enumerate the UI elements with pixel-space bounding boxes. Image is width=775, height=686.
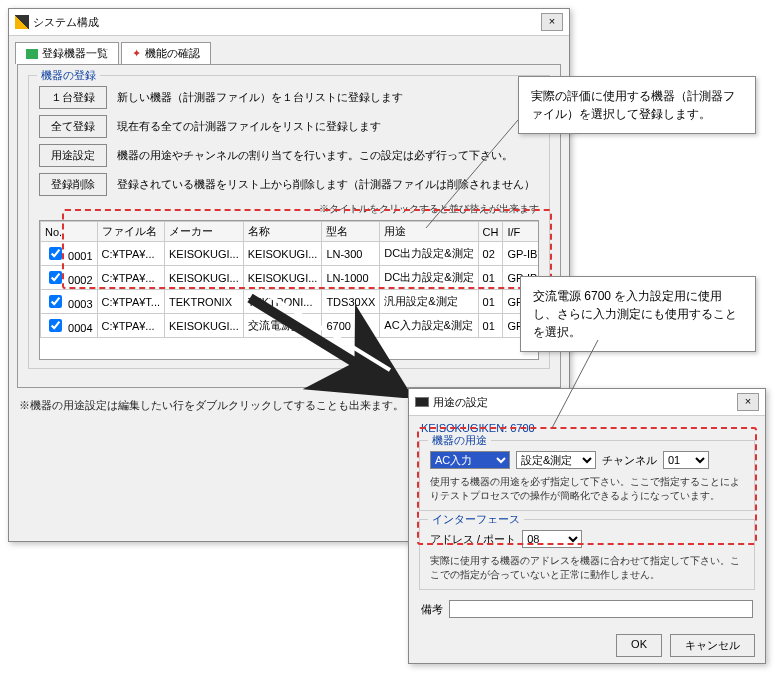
ok-button[interactable]: OK [616, 634, 662, 657]
group-legend: 機器の登録 [37, 68, 100, 83]
col-name[interactable]: 名称 [243, 222, 322, 242]
close-button[interactable]: × [737, 393, 759, 411]
usage-type-select[interactable]: AC入力 [430, 451, 510, 469]
usage-group: 機器の用途 AC入力 設定&測定 チャンネル 01 使用する機器の用途を必ず指定… [419, 440, 755, 511]
callout-text: 交流電源 6700 を入力設定用に使用し、さらに入力測定にも使用することを選択。 [533, 289, 737, 339]
address-label: アドレス / ポート [430, 532, 516, 547]
app-icon [15, 15, 29, 29]
usage-button-bar: OK キャンセル [409, 628, 765, 663]
interface-help: 実際に使用する機器のアドレスを機器に合わせて指定して下さい。ここでの指定が合って… [430, 554, 744, 581]
table-row[interactable]: 0002C:¥TPA¥...KEISOKUGI...KEISOKUGI...LN… [41, 266, 540, 290]
col-model[interactable]: 型名 [322, 222, 380, 242]
callout-leader-icon [422, 116, 522, 236]
register-all-button[interactable]: 全て登録 [39, 115, 107, 138]
col-maker[interactable]: メーカー [165, 222, 244, 242]
tab-check-functions[interactable]: ✦機能の確認 [121, 42, 211, 64]
group-legend: インターフェース [428, 512, 524, 527]
group-legend: 機器の用途 [428, 433, 491, 448]
tabstrip: 登録機器一覧 ✦機能の確認 [15, 42, 563, 64]
table-row[interactable]: 0001C:¥TPA¥...KEISOKUGI...KEISOKUGI...LN… [41, 242, 540, 266]
register-one-button[interactable]: １台登録 [39, 86, 107, 109]
remarks-row: 備考 [421, 600, 753, 618]
row-checkbox[interactable] [49, 247, 62, 260]
remarks-label: 備考 [421, 602, 443, 617]
tab-label: 登録機器一覧 [42, 46, 108, 61]
usage-help: 使用する機器の用途を必ず指定して下さい。ここで指定することによりテストプロセスで… [430, 475, 744, 502]
col-no[interactable]: No. [41, 222, 98, 242]
svg-line-1 [260, 290, 390, 370]
desc-all: 現在有る全ての計測器ファイルをリストに登録します [117, 119, 381, 134]
usage-settings-button[interactable]: 用途設定 [39, 144, 107, 167]
channel-label: チャンネル [602, 453, 657, 468]
svg-line-0 [250, 298, 380, 378]
row-checkbox[interactable] [49, 319, 62, 332]
window-title: システム構成 [33, 15, 99, 30]
tab-label: 機能の確認 [145, 46, 200, 61]
callout-leader-icon [548, 338, 628, 432]
usage-title: 用途の設定 [433, 395, 488, 410]
monitor-icon [26, 49, 38, 59]
row-checkbox[interactable] [49, 295, 62, 308]
row-checkbox[interactable] [49, 271, 62, 284]
check-icon: ✦ [132, 47, 141, 60]
col-file[interactable]: ファイル名 [97, 222, 164, 242]
interface-group: インターフェース アドレス / ポート 08 実際に使用する機器のアドレスを機器… [419, 519, 755, 590]
titlebar: システム構成 × [9, 9, 569, 36]
channel-select[interactable]: 01 [663, 451, 709, 469]
remarks-input[interactable] [449, 600, 753, 618]
monitor-icon [415, 397, 429, 407]
tab-device-list[interactable]: 登録機器一覧 [15, 42, 119, 64]
desc-one: 新しい機器（計測器ファイル）を１台リストに登録します [117, 90, 403, 105]
callout-register: 実際の評価に使用する機器（計測器ファイル）を選択して登録します。 [518, 76, 756, 134]
delete-button[interactable]: 登録削除 [39, 173, 107, 196]
callout-text: 実際の評価に使用する機器（計測器ファイル）を選択して登録します。 [531, 89, 735, 121]
close-button[interactable]: × [541, 13, 563, 31]
cancel-button[interactable]: キャンセル [670, 634, 755, 657]
arrow-icon [230, 288, 410, 398]
address-select[interactable]: 08 [522, 530, 582, 548]
usage-mode-select[interactable]: 設定&測定 [516, 451, 596, 469]
